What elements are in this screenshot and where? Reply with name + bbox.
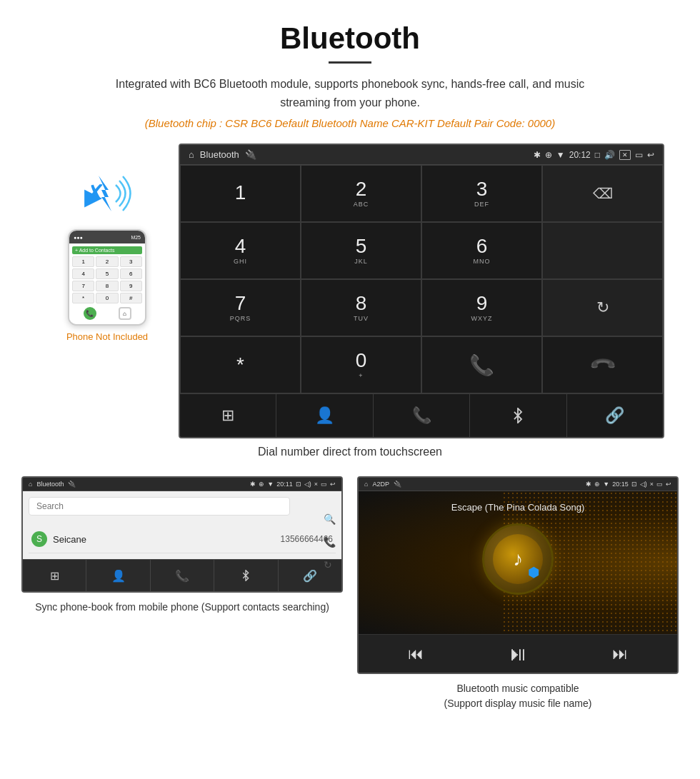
pb-search-icon[interactable]: 🔍: [324, 513, 336, 525]
dial-key-star[interactable]: *: [180, 336, 301, 393]
app-name-label: Bluetooth: [200, 149, 239, 160]
toolbar-grid-btn[interactable]: ⊞: [180, 394, 276, 437]
music-content: Escape (The Pina Colada Song) ♪ ⬢: [359, 491, 677, 602]
album-art-inner: ♪ ⬢: [493, 534, 543, 584]
phone-key-star[interactable]: *: [72, 293, 94, 303]
phone-key-3[interactable]: 3: [120, 256, 142, 267]
music-cam-icon: ⊡: [631, 481, 637, 488]
pb-back-icon: ↩: [330, 481, 336, 488]
signal-icon: ▼: [556, 150, 565, 160]
music-usb-icon: 🔌: [394, 481, 401, 488]
pb-toolbar-phone[interactable]: 📞: [151, 560, 214, 591]
contact-row[interactable]: S Seicane 13566664466: [29, 526, 336, 553]
dial-cell-refresh[interactable]: ↻: [542, 279, 663, 336]
dial-number-5: 5: [356, 236, 367, 256]
dial-cell-endcall[interactable]: 📞: [542, 336, 663, 393]
music-back-icon: ↩: [666, 481, 671, 488]
home-icon[interactable]: ⌂: [189, 149, 194, 160]
phone-key-9[interactable]: 9: [120, 281, 142, 291]
phone-dial-grid: 1 2 3 4 5 6 7 8 9 * 0 #: [72, 256, 142, 303]
dial-key-0[interactable]: 0 +: [301, 336, 421, 393]
dialer-status-bar: ⌂ Bluetooth 🔌 ✱ ⊕ ▼ 20:12 □ 🔊 ✕ ▭ ↩: [180, 145, 663, 165]
dial-key-3[interactable]: 3 DEF: [421, 165, 542, 222]
phone-key-1[interactable]: 1: [72, 256, 94, 267]
dial-key-2[interactable]: 2 ABC: [301, 165, 421, 222]
music-controls: ⏮ ⏯ ⏭: [359, 634, 677, 673]
phonebook-search-input[interactable]: [29, 497, 290, 516]
phone-key-8[interactable]: 8: [96, 281, 118, 291]
prev-track-button[interactable]: ⏮: [408, 645, 424, 663]
volume-icon[interactable]: 🔊: [604, 150, 615, 160]
window-icon[interactable]: ▭: [635, 150, 643, 160]
phone-home-button[interactable]: ⌂: [119, 307, 131, 320]
pb-call-icon[interactable]: 📞: [324, 536, 336, 548]
phone-call-button[interactable]: 📞: [84, 307, 96, 320]
dial-key-hash[interactable]: 📞: [421, 336, 542, 393]
song-title: Escape (The Pina Colada Song): [451, 502, 584, 513]
phone-carrier: ●●●: [74, 235, 83, 240]
title-section: Bluetooth Integrated with BC6 Bluetooth …: [0, 0, 700, 136]
pb-toolbar-person[interactable]: 👤: [86, 560, 150, 591]
toolbar-bluetooth-btn[interactable]: [470, 394, 566, 437]
dial-caption: Dial number direct from touchscreen: [0, 438, 700, 469]
music-win-icon: ▭: [656, 481, 663, 488]
phone-mockup: ●●● M25 + Add to Contacts 1 2 3 4 5 6 7 …: [68, 229, 146, 326]
status-bar-left: ⌂ Bluetooth 🔌: [189, 149, 256, 160]
toolbar-contacts-btn[interactable]: 👤: [276, 394, 373, 437]
pb-close-icon: ×: [314, 481, 318, 488]
play-pause-button[interactable]: ⏯: [508, 642, 528, 665]
pb-usb-icon: 🔌: [68, 481, 76, 488]
dial-key-5[interactable]: 5 JKL: [301, 222, 421, 279]
phone-key-2[interactable]: 2: [96, 256, 118, 267]
pb-bluetooth-icon: [240, 570, 251, 581]
pb-loc-icon: ⊕: [259, 481, 264, 488]
toolbar-phone-btn[interactable]: 📞: [374, 394, 470, 437]
bluetooth-toolbar-icon: [510, 408, 526, 423]
pb-toolbar-bt[interactable]: [214, 560, 278, 591]
dial-letters-9: WXYZ: [471, 315, 493, 322]
dial-cell-backspace[interactable]: ⌫: [542, 165, 663, 222]
dial-number-2: 2: [356, 179, 367, 199]
dial-key-4[interactable]: 4 GHI: [180, 222, 301, 279]
pb-refresh-icon[interactable]: ↻: [324, 559, 336, 571]
pb-status-right: ✱ ⊕ ▼ 20:11 ⊡ ◁) × ▭ ↩: [250, 481, 336, 488]
dial-letters-6: MNO: [474, 258, 491, 265]
phone-key-hash[interactable]: #: [120, 293, 142, 303]
toolbar-link-btn[interactable]: 🔗: [567, 394, 663, 437]
pb-bt-icon: ✱: [250, 481, 256, 488]
dial-number-0: 0: [356, 351, 367, 371]
dial-letters-8: TUV: [354, 315, 369, 322]
phone-key-0[interactable]: 0: [96, 293, 118, 303]
music-time: 20:15: [612, 481, 629, 488]
dial-key-8[interactable]: 8 TUV: [301, 279, 421, 336]
phone-key-6[interactable]: 6: [120, 268, 142, 279]
dial-number-3: 3: [476, 179, 488, 199]
close-icon[interactable]: ✕: [619, 150, 631, 160]
phone-key-4[interactable]: 4: [72, 268, 94, 279]
back-icon[interactable]: ↩: [647, 150, 654, 160]
music-close-icon: ×: [650, 481, 654, 488]
music-bt-icon: ✱: [586, 481, 591, 488]
bluetooth-icon: ✗: [84, 179, 106, 209]
phone-key-7[interactable]: 7: [72, 281, 94, 291]
next-track-button[interactable]: ⏭: [612, 645, 628, 663]
dial-letters-3: DEF: [474, 201, 489, 208]
pb-app-name: Bluetooth: [36, 481, 64, 488]
pb-home-icon: ⌂: [29, 481, 32, 488]
car-dialer-toolbar: ⊞ 👤 📞 🔗: [180, 393, 663, 437]
car-dialer-screen: ⌂ Bluetooth 🔌 ✱ ⊕ ▼ 20:12 □ 🔊 ✕ ▭ ↩ 1: [179, 144, 664, 438]
dial-pad: 1 2 ABC 3 DEF ⌫ 4 GHI 5 JKL 6: [180, 165, 663, 393]
phone-top-bar: ●●● M25: [69, 231, 145, 243]
phone-not-included-label: Phone Not Included: [66, 331, 148, 342]
camera-icon[interactable]: □: [595, 150, 600, 160]
phone-model: M25: [131, 235, 141, 240]
pb-toolbar-grid[interactable]: ⊞: [23, 560, 86, 591]
phone-icon: 📞: [412, 406, 431, 425]
bottom-screenshots: ⌂ Bluetooth 🔌 ✱ ⊕ ▼ 20:11 ⊡ ◁) × ▭ ↩: [0, 469, 700, 725]
dial-key-6[interactable]: 6 MNO: [421, 222, 542, 279]
dial-key-1[interactable]: 1: [180, 165, 301, 222]
music-home-icon: ⌂: [364, 481, 368, 488]
dial-key-7[interactable]: 7 PQRS: [180, 279, 301, 336]
dial-key-9[interactable]: 9 WXYZ: [421, 279, 542, 336]
phone-key-5[interactable]: 5: [96, 268, 118, 279]
